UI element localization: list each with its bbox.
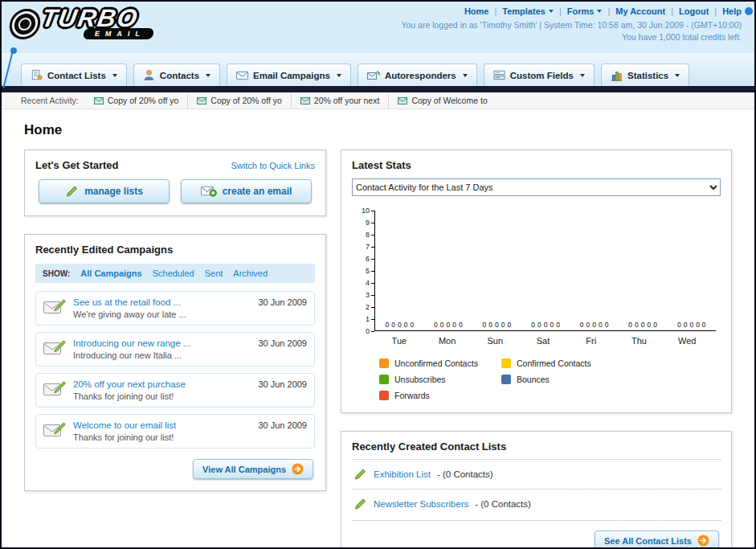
chart-value-label: 0 (483, 321, 487, 329)
left-column: Let's Get Started Switch to Quick Links … (24, 150, 326, 509)
nav-tabs: Contact Lists Contacts Email Campaigns A… (21, 60, 754, 86)
contact-list-link[interactable]: Newsletter Subscribers (374, 499, 468, 509)
create-email-button[interactable]: create an email (181, 179, 312, 203)
chart-value-label: 0 (592, 321, 596, 329)
campaigns-title: Recently Edited Campaigns (35, 244, 315, 256)
contacts-icon (143, 69, 155, 81)
recent-activity-item[interactable]: Copy of Welcome to (388, 92, 496, 109)
campaigns-filter-bar: SHOW: All Campaigns Scheduled Sent Archi… (35, 264, 315, 283)
chart-plot: 00000000000000000000000000000000000 (374, 211, 716, 331)
chart-value-group: 00000 (375, 321, 424, 330)
contact-list-detail: - (0 Contacts) (437, 469, 493, 479)
campaign-item[interactable]: Welcome to our email list Thanks for joi… (35, 414, 315, 449)
top-nav: Home Templates Forms My Account Logout H… (401, 6, 742, 16)
campaign-item[interactable]: Introducing our new range ... Introducin… (35, 332, 315, 367)
chart-value-label: 0 (508, 321, 512, 329)
filter-sent[interactable]: Sent (205, 268, 223, 278)
chart-value-label: 0 (544, 321, 548, 329)
filter-archived[interactable]: Archived (233, 268, 268, 278)
stats-chart: 109876543210 000000000000000000000000000… (352, 211, 721, 400)
x-axis-label: Sat (519, 331, 567, 346)
x-axis-label: Sun (471, 331, 519, 346)
campaign-item[interactable]: 20% off your next purchase Thanks for jo… (35, 373, 315, 408)
filter-scheduled[interactable]: Scheduled (153, 268, 194, 278)
stats-period-select[interactable]: Contact Activity for the Last 7 Days (352, 178, 721, 196)
recent-activity-item[interactable]: Copy of 20% off yo (85, 92, 188, 109)
legend-item: Confirmed Contacts (501, 358, 623, 368)
get-started-title: Let's Get Started (35, 159, 119, 171)
tab-contact-lists[interactable]: Contact Lists (21, 64, 127, 86)
legend-label: Confirmed Contacts (517, 358, 591, 368)
contact-lists-title: Recently Created Contact Lists (352, 440, 721, 453)
pencil-icon (353, 468, 367, 481)
chart-value-label: 0 (628, 321, 632, 329)
app-logo[interactable]: TURBO EMAIL (10, 6, 153, 39)
envelope-icon (300, 97, 310, 104)
chart-value-group: 00000 (570, 321, 619, 330)
autoresponders-icon (367, 70, 380, 81)
contact-list-item[interactable]: Newsletter Subscribers - (0 Contacts) (352, 489, 721, 518)
manage-lists-button[interactable]: manage lists (39, 179, 170, 203)
top-link-home[interactable]: Home (464, 6, 489, 16)
campaign-subtitle: Thanks for joining our list! (73, 391, 251, 401)
logo-swirl-icon (7, 9, 42, 39)
tab-label: Contacts (160, 71, 199, 80)
chart-value-label: 0 (605, 321, 609, 329)
x-axis-label: Thu (615, 331, 664, 346)
top-link-forms[interactable]: Forms (567, 6, 595, 16)
campaign-item[interactable]: See us at the retail food ... We're givi… (35, 291, 315, 326)
chart-value-label: 0 (641, 321, 645, 329)
x-axis-label: Wed (663, 331, 711, 346)
campaign-title-link[interactable]: 20% off your next purchase (73, 379, 251, 389)
envelope-icon (398, 97, 407, 104)
campaign-title-link[interactable]: Welcome to our email list (73, 420, 251, 430)
recent-activity-item[interactable]: 20% off your next (291, 92, 389, 109)
chevron-down-icon (112, 74, 117, 77)
tab-custom-fields[interactable]: Custom Fields (484, 64, 595, 86)
envelope-plus-icon (201, 186, 217, 197)
campaign-subtitle: Thanks for joining our list! (73, 432, 251, 442)
contact-lists-icon (31, 69, 43, 81)
contact-list-link[interactable]: Exhibition List (374, 469, 431, 479)
top-link-my-account[interactable]: My Account (615, 6, 665, 16)
campaign-title-link[interactable]: Introducing our new range ... (73, 338, 251, 348)
legend-item: Unconfirmed Contacts (379, 358, 501, 368)
switch-quick-links-link[interactable]: Switch to Quick Links (231, 161, 315, 170)
chevron-down-icon (675, 74, 680, 77)
tab-email-campaigns[interactable]: Email Campaigns (227, 64, 351, 86)
campaign-date: 30 Jun 2009 (258, 338, 307, 348)
x-axis-label: Fri (567, 331, 615, 346)
logo-subtitle: EMAIL (83, 28, 154, 39)
legend-item: Bounces (501, 375, 623, 384)
chart-value-label: 0 (385, 321, 389, 329)
contact-list-item[interactable]: Exhibition List - (0 Contacts) (352, 459, 721, 489)
chart-x-labels: TueMonSunSatFriThuWed (375, 331, 711, 346)
filter-all-campaigns[interactable]: All Campaigns (80, 268, 141, 278)
chart-value-label: 0 (537, 321, 541, 329)
top-link-help[interactable]: Help (722, 6, 742, 16)
campaign-subtitle: We're giving away our late ... (73, 309, 251, 319)
pencil-icon (353, 498, 367, 510)
top-link-templates[interactable]: Templates (502, 6, 546, 16)
campaign-envelope-pencil-icon (43, 422, 66, 438)
chart-value-label: 0 (495, 321, 499, 329)
chart-value-label: 0 (550, 321, 554, 329)
top-link-logout[interactable]: Logout (679, 6, 709, 16)
envelope-icon (197, 97, 206, 104)
tab-autoresponders[interactable]: Autoresponders (358, 64, 477, 86)
legend-swatch (379, 391, 389, 400)
tab-statistics[interactable]: Statistics (601, 64, 689, 86)
manage-lists-label: manage lists (84, 186, 143, 197)
recent-activity-item[interactable]: Copy of 20% off yo (187, 92, 291, 109)
see-all-contact-lists-button[interactable]: See All Contact Lists (595, 531, 719, 549)
view-all-campaigns-button[interactable]: View All Campaigns (193, 459, 313, 479)
chart-value-group: 00000 (667, 321, 716, 330)
chart-value-label: 0 (696, 321, 700, 329)
legend-item: Forwards (379, 391, 501, 400)
latest-stats-panel: Latest Stats Contact Activity for the La… (341, 150, 732, 413)
chart-value-group: 00000 (472, 321, 521, 330)
campaign-date: 30 Jun 2009 (258, 379, 307, 389)
tab-contacts[interactable]: Contacts (133, 64, 220, 86)
recent-activity-item-label: Copy of 20% off yo (210, 96, 282, 105)
campaign-title-link[interactable]: See us at the retail food ... (73, 297, 251, 307)
